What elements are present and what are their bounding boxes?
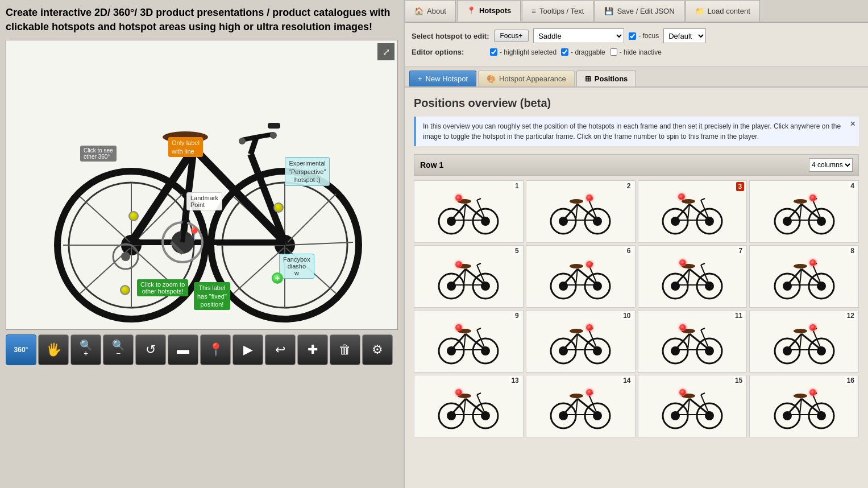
thumb-hotspot-8[interactable]: [809, 259, 816, 266]
focus-checkbox[interactable]: [629, 32, 636, 40]
thumb-num-2[interactable]: 2: [625, 182, 633, 190]
btn-reset[interactable]: ↺: [135, 334, 166, 365]
thumb-cell-4[interactable]: 4: [749, 180, 859, 243]
hotspot-fixed-position[interactable]: This labelhas "fixed"position!: [194, 282, 230, 310]
focus-button[interactable]: Focus+: [494, 30, 529, 42]
tab-about[interactable]: 🏠 About: [405, 0, 456, 22]
tab-tooltips[interactable]: ≡ Tooltips / Text: [522, 0, 593, 22]
btn-add-hotspot[interactable]: ✚: [297, 334, 328, 365]
thumb-hotspot-4[interactable]: [809, 195, 816, 201]
thumb-hotspot-3[interactable]: [678, 193, 685, 200]
btn-settings[interactable]: ⚙: [362, 334, 393, 365]
highlight-checkbox[interactable]: [490, 48, 497, 56]
thumb-cell-1[interactable]: 1: [414, 180, 524, 243]
svg-point-77: [783, 217, 792, 226]
thumb-num-7[interactable]: 7: [737, 247, 745, 255]
sub-tab-hotspot-appearance[interactable]: 🎨 Hotspot Appearance: [478, 71, 575, 86]
btn-360[interactable]: 360°: [6, 334, 36, 365]
thumb-num-15[interactable]: 15: [733, 377, 744, 384]
fullscreen-button[interactable]: ⤢: [377, 43, 394, 60]
thumb-cell-14[interactable]: 14: [526, 375, 636, 437]
default-select[interactable]: Default Custom: [663, 28, 706, 43]
thumb-hotspot-6[interactable]: [586, 261, 593, 268]
btn-zoom-out[interactable]: 🔍−: [103, 334, 134, 365]
sub-tab-positions[interactable]: ⊞ Positions: [576, 71, 637, 86]
thumb-num-3[interactable]: 3: [736, 182, 745, 191]
save-icon: 💾: [604, 7, 613, 15]
hotspot-click-360[interactable]: Click to seeother 360°: [80, 146, 117, 162]
thumb-hotspot-12[interactable]: [809, 324, 816, 331]
thumb-hotspot-15[interactable]: [679, 389, 686, 396]
thumb-num-14[interactable]: 14: [621, 377, 632, 384]
info-close-button[interactable]: ✕: [850, 119, 855, 129]
tab-hotspots[interactable]: 📍 Hotspots: [457, 0, 521, 22]
thumb-num-10[interactable]: 10: [621, 312, 632, 320]
thumb-svg-12: [770, 316, 838, 367]
thumb-num-4[interactable]: 4: [849, 182, 856, 190]
thumb-cell-11[interactable]: 11: [638, 310, 747, 373]
draggable-checkbox-label[interactable]: - draggable: [561, 48, 605, 56]
btn-back[interactable]: ↩: [265, 334, 296, 365]
thumb-svg-8: [770, 251, 838, 302]
svg-point-187: [559, 411, 568, 420]
tab-load[interactable]: 📁 Load content: [686, 0, 760, 22]
hotspot-zoom[interactable]: Click to zoom toother hotspots!: [137, 279, 188, 296]
thumb-cell-9[interactable]: 9: [414, 310, 524, 373]
thumb-cell-3[interactable]: 3: [638, 180, 747, 243]
thumb-num-1[interactable]: 1: [513, 182, 521, 190]
draggable-checkbox[interactable]: [561, 48, 568, 56]
focus-checkbox-label[interactable]: - focus: [629, 32, 659, 40]
hide-inactive-checkbox-label[interactable]: - hide inactive: [610, 48, 662, 56]
thumb-cell-12[interactable]: 12: [749, 310, 859, 373]
thumb-hotspot-14[interactable]: [586, 389, 593, 396]
row-header: Row 1 4 columns 3 columns 2 columns 1 co…: [414, 154, 859, 176]
highlight-checkbox-label[interactable]: - highlight selected: [490, 48, 556, 56]
thumb-hotspot-16[interactable]: [809, 389, 816, 396]
btn-zoom-in[interactable]: 🔍+: [70, 334, 101, 365]
hotspot-experimental[interactable]: Experimental"Perspective"hotspot :): [285, 157, 330, 186]
thumb-hotspot-7[interactable]: [679, 259, 686, 266]
thumb-cell-15[interactable]: 15: [638, 375, 747, 437]
thumb-cell-5[interactable]: 5: [414, 245, 524, 308]
thumb-cell-10[interactable]: 10: [526, 310, 636, 373]
thumb-num-5[interactable]: 5: [513, 247, 521, 255]
thumb-num-16[interactable]: 16: [845, 377, 856, 384]
svg-point-154: [671, 346, 680, 355]
thumb-num-8[interactable]: 8: [849, 247, 856, 255]
sub-tab-new-hotspot[interactable]: + New Hotspot: [409, 71, 476, 86]
btn-trash[interactable]: 🗑: [330, 334, 360, 365]
home-icon: 🏠: [414, 7, 423, 15]
thumb-cell-7[interactable]: 7: [638, 245, 747, 308]
btn-pin[interactable]: 📍: [200, 334, 231, 365]
btn-play[interactable]: ▶: [232, 334, 263, 365]
columns-select[interactable]: 4 columns 3 columns 2 columns 1 column: [809, 158, 853, 172]
tab-about-label: About: [427, 7, 446, 15]
thumb-cell-16[interactable]: 16: [749, 375, 859, 437]
thumb-num-9[interactable]: 9: [513, 312, 521, 320]
row-title: Row 1: [420, 160, 443, 169]
btn-screen[interactable]: ▬: [168, 334, 198, 365]
svg-point-55: [559, 217, 568, 226]
thumb-hotspot-10[interactable]: [586, 324, 593, 331]
hotspot-pin[interactable]: 📍: [186, 227, 202, 242]
thumb-num-6[interactable]: 6: [625, 247, 633, 255]
thumb-cell-13[interactable]: 13: [414, 375, 524, 437]
hotspot-fancybox[interactable]: Fancyboxdiashow: [279, 254, 314, 279]
thumb-cell-6[interactable]: 6: [526, 245, 636, 308]
hotspot-select-row: Select hotspot to edit: Focus+ Saddle Ha…: [412, 28, 861, 43]
hotspot-landmark[interactable]: LandmarkPoint: [186, 192, 222, 210]
btn-hand[interactable]: 🖐: [38, 334, 69, 365]
thumb-num-13[interactable]: 13: [509, 377, 520, 384]
thumb-hotspot-11[interactable]: [679, 324, 686, 331]
thumb-cell-2[interactable]: 2: [526, 180, 636, 243]
svg-point-151: [570, 329, 583, 333]
hotspot-only-label[interactable]: Only labelwith line: [168, 137, 203, 157]
hotspot-select[interactable]: Saddle Handlebar Wheel: [533, 28, 624, 43]
tab-save[interactable]: 💾 Save / Edit JSON: [595, 0, 684, 22]
thumb-hotspot-2[interactable]: [586, 195, 593, 201]
thumb-num-12[interactable]: 12: [845, 312, 856, 320]
hide-inactive-checkbox[interactable]: [610, 48, 617, 56]
svg-point-217: [794, 394, 807, 398]
thumb-num-11[interactable]: 11: [733, 312, 744, 320]
thumb-cell-8[interactable]: 8: [749, 245, 859, 308]
